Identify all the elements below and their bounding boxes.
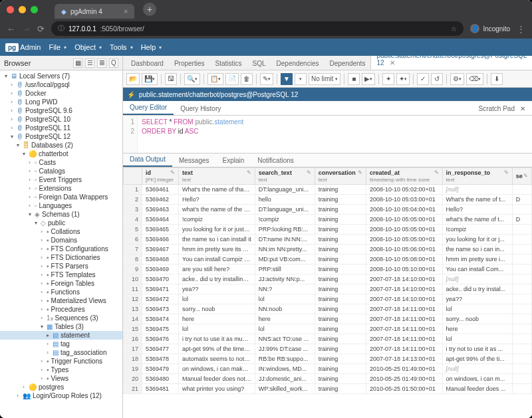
tree-item[interactable]: ▾🟡chatterbot [0,150,122,158]
table-row[interactable]: 55369465you looking for it or just want … [124,225,532,235]
edit-column-icon[interactable]: ✎ [170,169,175,175]
tree-item[interactable]: ›▪FTS Configurations [0,245,122,253]
open-file-button[interactable]: 📂 [126,73,140,85]
table-row[interactable]: 95369469are you still here?PRP:stilltrai… [124,264,532,274]
tree-item[interactable]: ›🛢Long PWD [0,98,122,106]
tab-messages[interactable]: Messages [172,154,216,167]
paste-button[interactable]: 📄 [225,73,239,85]
data-grid[interactable]: id✎[PK] integertext✎textsearch_text✎text… [123,167,532,418]
tree-item[interactable]: ›▫Extensions [0,184,122,193]
object-tree[interactable]: ▾🖥Local Servers (7)›🛢/usr/local/pgsql›🛢D… [0,70,122,418]
tree-item[interactable]: ›1₃Sequences (3) [0,314,122,322]
scratch-pad[interactable]: Scratch Pad✕ [472,102,532,115]
tree-item[interactable]: ›▪Procedures [0,305,122,314]
commit-button[interactable]: ✓ [417,73,429,85]
tree-item[interactable]: ›▫Foreign Data Wrappers [0,193,122,201]
tree-item[interactable]: ›▤tag [0,340,122,348]
minimize-window-icon[interactable] [19,6,26,13]
table-row[interactable]: 145369474hereheretraining2007-07-18 14:1… [124,314,532,324]
browser-tab[interactable]: ◆ pgAdmin 4 × [55,4,134,19]
tree-item[interactable]: ›▫Casts [0,158,122,167]
tab-query-tool[interactable]: ⚡ public.statement/chatterbot/postgres@P… [370,56,532,70]
table-row[interactable]: 115369471yea??NN:?training2007-07-18 14:… [124,284,532,294]
execute-button[interactable]: ▶▾ [362,73,375,85]
tree-item[interactable]: ▾🖥Local Servers (7) [0,72,122,80]
grid-view-icon[interactable]: ▦ [73,58,82,68]
forward-icon[interactable]: → [22,24,31,34]
tree-item[interactable]: ▾🗄Databases (2) [0,141,122,150]
bookmark-icon[interactable]: ☆ [451,25,457,33]
tree-item[interactable]: ›▪Materialized Views [0,296,122,305]
tree-item[interactable]: ›▪FTS Parsers [0,262,122,270]
new-tab-button[interactable]: + [143,3,156,16]
edit-column-icon[interactable]: ✎ [523,173,528,179]
tab-properties[interactable]: Properties [169,57,210,70]
table-row[interactable]: 205369480Manual feeder does not work for… [124,374,532,384]
tab-sql[interactable]: SQL [247,57,271,70]
tree-item[interactable]: ›▪Trigger Functions [0,357,122,366]
tab-dependents[interactable]: Dependents [324,57,370,70]
table-row[interactable]: 65369466the name so i can install itDT:n… [124,235,532,245]
tree-item[interactable]: ›🛢Docker [0,89,122,98]
column-header[interactable]: id✎[PK] integer [142,168,179,185]
clear-button[interactable]: ⌫▾ [466,73,483,85]
properties-icon[interactable]: ☰ [85,58,94,68]
tab-dashboard[interactable]: Dashboard [126,57,169,70]
table-row[interactable]: 165369476i try not to use it as much as … [124,334,532,344]
tree-item[interactable]: ▾◈Schemas (1) [0,210,122,219]
explain-analyze-button[interactable]: ✦▾ [396,73,410,85]
table-row[interactable]: 35369463what's the name of the compiz ma… [124,205,532,215]
column-header[interactable]: search_text✎text [255,168,315,185]
table-row[interactable]: 85369468You can install Compiz by using … [124,255,532,264]
close-tab-icon[interactable]: × [124,8,128,15]
menu-file[interactable]: File [49,43,66,51]
column-header[interactable]: conversation✎text [315,168,366,185]
delete-button[interactable]: 🗑 [241,73,253,85]
tree-item[interactable]: ›▪FTS Dictionaries [0,253,122,262]
download-button[interactable]: ⬇ [491,73,503,85]
find-button[interactable]: 🔍▾ [184,73,200,85]
tree-item[interactable]: ▸▤statement [0,331,122,340]
edit-column-icon[interactable]: ✎ [307,169,311,175]
tree-item[interactable]: ›🛢PostgreSQL 11 [0,124,122,132]
zoom-window-icon[interactable] [31,6,38,13]
tree-item[interactable]: ›▫Event Triggers [0,175,122,184]
menu-object[interactable]: Object [74,43,102,51]
tree-item[interactable]: ›▪Collations [0,227,122,236]
filter-button[interactable]: ▼ [281,73,293,85]
table-row[interactable]: 195369479on windows, i can make my print… [124,364,532,374]
close-window-icon[interactable] [7,6,14,13]
table-row[interactable]: 15369461What's the name of that package … [124,185,532,195]
edit-column-icon[interactable]: ✎ [247,169,251,175]
tree-item[interactable]: ▾🛢PostgreSQL 12 [0,132,122,141]
column-header[interactable]: se✎ [512,168,531,185]
tree-item[interactable]: ›🛢PostgreSQL 9.6 [0,106,122,115]
tab-query-history[interactable]: Query History [174,102,227,115]
tree-item[interactable]: ▾◇public [0,219,122,227]
table-row[interactable]: 215369481what printer you using?WP:skill… [124,384,532,394]
tree-item[interactable]: ›▤tag_association [0,348,122,357]
table-row[interactable]: 135369473sorry... noobNN:noobtraining200… [124,304,532,314]
table-row[interactable]: 105369470acke.. did u try installing fla… [124,274,532,284]
tree-item[interactable]: ›▪Types [0,366,122,374]
back-icon[interactable]: ← [7,24,15,34]
filter-menu-button[interactable]: ▾ [295,73,307,85]
copy-button[interactable]: 📋▾ [207,73,223,85]
url-bar[interactable]: ⓘ 127.0.0.1:5050/browser/ ☆ [51,21,464,36]
edit-column-icon[interactable]: ✎ [434,169,439,175]
edit-column-icon[interactable]: ✎ [358,169,362,175]
column-header[interactable]: text✎text [179,168,255,185]
tree-item[interactable]: ›👥Login/Group Roles (12) [0,391,122,400]
save-file-button[interactable]: 💾▾ [142,73,158,85]
menu-tools[interactable]: Tools [110,43,133,51]
tab-explain[interactable]: Explain [216,154,251,167]
table-row[interactable]: 25369462Hello?hellotraining2008-10-10 05… [124,195,532,205]
tree-item[interactable]: ›▪Foreign Tables [0,279,122,288]
column-header[interactable]: in_response_to✎text [442,168,512,185]
tree-item[interactable]: ›▪Functions [0,288,122,296]
edit-column-icon[interactable]: ✎ [504,169,509,175]
column-header[interactable]: created_at✎timestamp with time zone [366,168,443,185]
tree-item[interactable]: ›🛢/usr/local/pgsql [0,80,122,89]
browser-menu-icon[interactable]: ⋮ [517,24,525,34]
macros-button[interactable]: ⚙▾ [450,73,464,85]
